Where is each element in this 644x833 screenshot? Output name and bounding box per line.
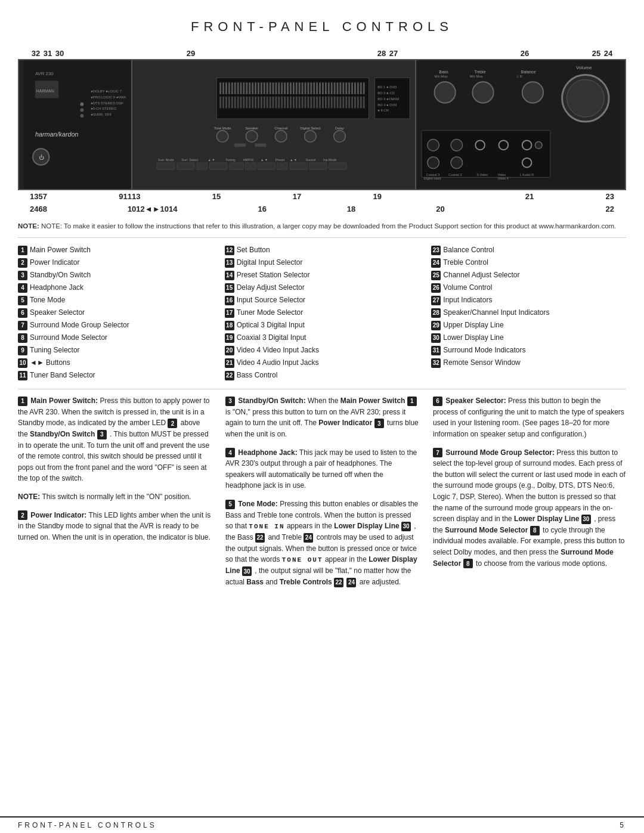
- svg-rect-57: [334, 82, 336, 94]
- svg-text:Treble: Treble: [474, 70, 485, 74]
- svg-rect-112: [348, 97, 350, 109]
- legend-item-3: 3Standby/On Switch: [18, 269, 213, 281]
- desc-col-3: 6 Speaker Selector: Press this button to…: [433, 395, 626, 594]
- svg-rect-39: [281, 82, 283, 94]
- svg-rect-23: [234, 82, 236, 94]
- legend-item-27: 27Input Indicators: [431, 294, 626, 306]
- legend-item-8: 8Surround Mode Selector: [18, 332, 213, 344]
- num-3: 3: [34, 192, 38, 201]
- legend-item-28: 28Speaker/Channel Input Indicators: [431, 306, 626, 319]
- legend-num-17: 17: [225, 308, 234, 318]
- desc-body-5f: appear in the: [325, 555, 369, 563]
- svg-text:Channel: Channel: [274, 126, 287, 130]
- legend-text-18: Optical 3 Digital Input: [237, 320, 305, 330]
- svg-text:▲ ▼: ▲ ▼: [261, 158, 268, 162]
- legend-item-9: 9Tuning Selector: [18, 344, 213, 357]
- desc-inline-num-2a: 2: [168, 419, 177, 428]
- desc-body-5i: are adjusted.: [360, 578, 401, 586]
- svg-rect-56: [331, 82, 333, 94]
- footer-page-number: 5: [620, 821, 626, 829]
- desc-inline-num-1b: 1: [407, 397, 417, 406]
- num-label-27: 27: [388, 49, 400, 58]
- legend-num-16: 16: [225, 296, 234, 305]
- desc-bold-treble: Treble Controls: [280, 578, 334, 586]
- legend-col-2: 12Set Button 13Digital Input Selector 14…: [225, 244, 420, 382]
- desc-inline-num-24a: 24: [304, 533, 313, 543]
- desc-title-6: Speaker Selector:: [445, 397, 506, 405]
- legend-item-32: 32Remote Sensor Window: [431, 357, 626, 369]
- svg-point-170: [522, 82, 543, 103]
- svg-rect-62: [348, 82, 350, 94]
- svg-point-7: [80, 109, 84, 112]
- svg-text:BD 1 ● DVD: BD 1 ● DVD: [377, 85, 397, 89]
- legend-num-27: 27: [431, 296, 441, 305]
- bottom-number-labels-row1: 1 3 5 7 9 11 13 15 17 19 21 23: [0, 190, 644, 203]
- svg-rect-91: [287, 97, 289, 109]
- legend-text-31: Surround Mode Indicators: [443, 345, 525, 355]
- desc-bold-3a: Main Power Switch: [340, 397, 407, 405]
- svg-rect-35: [270, 82, 271, 94]
- desc-inline-num-30c: 30: [581, 515, 591, 524]
- legend-num-3: 3: [18, 271, 27, 280]
- svg-rect-54: [325, 82, 327, 94]
- svg-rect-97: [305, 97, 306, 109]
- svg-rect-109: [339, 97, 341, 109]
- svg-rect-147: [177, 163, 194, 170]
- svg-rect-25: [240, 82, 242, 94]
- desc-bold-lowerdisplay: Lower Display Line: [334, 522, 401, 530]
- desc-inline-num-3b: 3: [374, 419, 384, 428]
- legend-text-13: Digital Input Selector: [237, 258, 303, 268]
- svg-text:● 6 CH: ● 6 CH: [377, 109, 389, 112]
- svg-rect-24: [237, 82, 239, 94]
- svg-rect-30: [255, 82, 256, 94]
- svg-point-130: [246, 131, 258, 143]
- svg-rect-83: [264, 97, 265, 109]
- svg-rect-58: [337, 82, 339, 94]
- legend-text-14: Preset Station Selector: [237, 270, 310, 280]
- svg-rect-110: [342, 97, 344, 109]
- desc-note-label: NOTE:: [18, 493, 40, 501]
- device-illustration: harman/kardon ⏻ AVR 230 HARMAN ●DOLBY ●L…: [18, 59, 626, 190]
- num-22: 22: [606, 205, 614, 213]
- desc-inline-num-30b: 30: [242, 566, 252, 576]
- svg-text:Bass: Bass: [439, 70, 448, 74]
- legend-item-31: 31Surround Mode Indicators: [431, 344, 626, 357]
- svg-rect-174: [422, 131, 550, 178]
- svg-rect-98: [307, 97, 309, 109]
- legend-text-17: Tuner Mode Selector: [237, 308, 304, 318]
- svg-text:Digital Select: Digital Select: [300, 126, 321, 130]
- desc-inline-num-8a: 8: [530, 526, 540, 535]
- legend-item-23: 23Balance Control: [431, 244, 626, 256]
- svg-text:Preset: Preset: [275, 158, 284, 162]
- legend-col-1: 1Main Power Switch 2Power Indicator 3Sta…: [18, 244, 213, 382]
- svg-point-169: [472, 82, 493, 103]
- svg-rect-94: [296, 97, 298, 109]
- svg-text:●5-CH STEREO: ●5-CH STEREO: [91, 107, 116, 110]
- num-5: 5: [38, 192, 42, 201]
- desc-note-switch: NOTE: This switch is normally left in th…: [18, 491, 211, 503]
- svg-rect-71: [228, 97, 230, 109]
- svg-rect-113: [351, 97, 353, 109]
- svg-text:L        R: L R: [517, 75, 522, 78]
- desc-mono-toneout: TONE OUT: [282, 556, 323, 563]
- legend-item-13: 13Digital Input Selector: [225, 256, 420, 269]
- svg-rect-70: [225, 97, 227, 109]
- svg-rect-154: [258, 163, 275, 170]
- svg-rect-153: [251, 163, 256, 170]
- legend-num-15: 15: [225, 283, 234, 293]
- legend-text-3: Standby/On Switch: [30, 270, 91, 280]
- svg-rect-52: [319, 82, 321, 94]
- svg-rect-48: [307, 82, 309, 94]
- svg-point-8: [80, 114, 84, 117]
- svg-text:BD 2 ● CD: BD 2 ● CD: [377, 91, 394, 95]
- legend-text-32: Remote Sensor Window: [443, 358, 520, 368]
- svg-rect-80: [255, 97, 256, 109]
- svg-rect-103: [322, 97, 324, 109]
- svg-point-172: [566, 79, 604, 117]
- svg-rect-20: [225, 82, 227, 94]
- svg-point-175: [428, 140, 439, 151]
- svg-text:Inp.Mode: Inp.Mode: [323, 158, 336, 162]
- legend-num-24: 24: [431, 258, 441, 268]
- num-label-31: 31: [42, 49, 54, 58]
- desc-bold-surroundmode1: Surround Mode Selector: [445, 526, 530, 534]
